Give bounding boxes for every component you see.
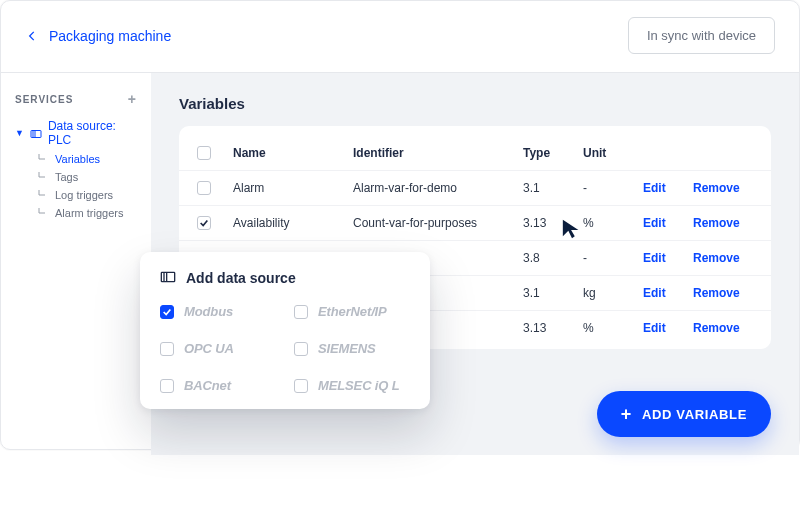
cell-identifier: Alarm-var-for-demo: [353, 181, 523, 195]
option-label: BACnet: [184, 378, 231, 393]
option-checkbox[interactable]: [294, 379, 308, 393]
option-checkbox[interactable]: [160, 305, 174, 319]
sidebar-item-alarm-triggers[interactable]: Alarm triggers: [37, 207, 137, 219]
modal-options: Modbus EtherNet/IP OPC UA SIEMENS BACnet…: [160, 304, 410, 393]
tree-branch-icon: [37, 154, 47, 164]
sidebar-subtree: Variables Tags Log triggers Alarm trigge…: [37, 153, 137, 219]
cell-type: 3.13: [523, 321, 583, 335]
remove-link[interactable]: Remove: [693, 251, 753, 265]
cursor-icon: [561, 218, 583, 240]
sidebar-head: SERVICES +: [15, 91, 137, 107]
sidebar-root-label: Data source: PLC: [48, 119, 137, 147]
cell-unit: -: [583, 251, 643, 265]
remove-link[interactable]: Remove: [693, 286, 753, 300]
option-siemens[interactable]: SIEMENS: [294, 341, 410, 356]
cell-name: Availability: [233, 216, 353, 230]
table-row: Availability Count-var-for-purposes 3.13…: [179, 205, 771, 240]
cell-type: 3.1: [523, 181, 583, 195]
cell-name: Alarm: [233, 181, 353, 195]
option-checkbox[interactable]: [294, 305, 308, 319]
sidebar-item-log-triggers[interactable]: Log triggers: [37, 189, 137, 201]
main-heading: Variables: [179, 95, 771, 112]
tree-branch-icon: [37, 172, 47, 182]
sync-status-badge: In sync with device: [628, 17, 775, 54]
add-variable-button[interactable]: + ADD VARIABLE: [597, 391, 771, 437]
top-bar: Packaging machine In sync with device: [1, 1, 799, 64]
modal-header: Add data source: [160, 270, 410, 286]
cell-unit: %: [583, 321, 643, 335]
cell-type: 3.1: [523, 286, 583, 300]
sidebar-item-tags[interactable]: Tags: [37, 171, 137, 183]
sidebar: SERVICES + ▼ Data source: PLC Variables …: [1, 73, 151, 455]
row-checkbox[interactable]: [197, 216, 211, 230]
sidebar-item-label: Tags: [55, 171, 78, 183]
sidebar-item-variables[interactable]: Variables: [37, 153, 137, 165]
option-checkbox[interactable]: [160, 379, 174, 393]
edit-link[interactable]: Edit: [643, 251, 693, 265]
option-label: EtherNet/IP: [318, 304, 387, 319]
col-unit: Unit: [583, 146, 643, 160]
svg-rect-3: [161, 272, 174, 281]
option-label: SIEMENS: [318, 341, 376, 356]
option-label: MELSEC iQ L: [318, 378, 400, 393]
add-variable-label: ADD VARIABLE: [642, 407, 747, 422]
cell-identifier: Count-var-for-purposes: [353, 216, 523, 230]
option-ethernet-ip[interactable]: EtherNet/IP: [294, 304, 410, 319]
edit-link[interactable]: Edit: [643, 216, 693, 230]
table-header: Name Identifier Type Unit: [179, 136, 771, 170]
sidebar-item-datasource[interactable]: ▼ Data source: PLC: [15, 119, 137, 147]
page-title: Packaging machine: [49, 28, 171, 44]
back-arrow-icon: [25, 29, 39, 43]
table-row: Alarm Alarm-var-for-demo 3.1 - Edit Remo…: [179, 170, 771, 205]
option-opc-ua[interactable]: OPC UA: [160, 341, 276, 356]
sidebar-title: SERVICES: [15, 94, 73, 105]
cell-unit: -: [583, 181, 643, 195]
tree-branch-icon: [37, 190, 47, 200]
remove-link[interactable]: Remove: [693, 321, 753, 335]
edit-link[interactable]: Edit: [643, 181, 693, 195]
add-service-icon[interactable]: +: [128, 91, 137, 107]
cell-unit: kg: [583, 286, 643, 300]
col-identifier: Identifier: [353, 146, 523, 160]
modal-title: Add data source: [186, 270, 296, 286]
plus-icon: +: [621, 405, 632, 423]
select-all-checkbox[interactable]: [197, 146, 211, 160]
add-data-source-modal: Add data source Modbus EtherNet/IP OPC U…: [140, 252, 430, 409]
sidebar-item-label: Alarm triggers: [55, 207, 123, 219]
option-modbus[interactable]: Modbus: [160, 304, 276, 319]
sidebar-item-label: Log triggers: [55, 189, 113, 201]
option-melsec[interactable]: MELSEC iQ L: [294, 378, 410, 393]
option-bacnet[interactable]: BACnet: [160, 378, 276, 393]
datasource-icon: [30, 128, 42, 138]
cell-unit: %: [583, 216, 643, 230]
option-checkbox[interactable]: [160, 342, 174, 356]
tree-branch-icon: [37, 208, 47, 218]
option-checkbox[interactable]: [294, 342, 308, 356]
cell-type: 3.8: [523, 251, 583, 265]
sidebar-item-label: Variables: [55, 153, 100, 165]
remove-link[interactable]: Remove: [693, 181, 753, 195]
edit-link[interactable]: Edit: [643, 286, 693, 300]
datasource-icon: [160, 270, 176, 286]
option-label: Modbus: [184, 304, 233, 319]
caret-down-icon: ▼: [15, 128, 24, 138]
option-label: OPC UA: [184, 341, 234, 356]
col-name: Name: [233, 146, 353, 160]
col-type: Type: [523, 146, 583, 160]
edit-link[interactable]: Edit: [643, 321, 693, 335]
row-checkbox[interactable]: [197, 181, 211, 195]
remove-link[interactable]: Remove: [693, 216, 753, 230]
breadcrumb[interactable]: Packaging machine: [25, 28, 171, 44]
